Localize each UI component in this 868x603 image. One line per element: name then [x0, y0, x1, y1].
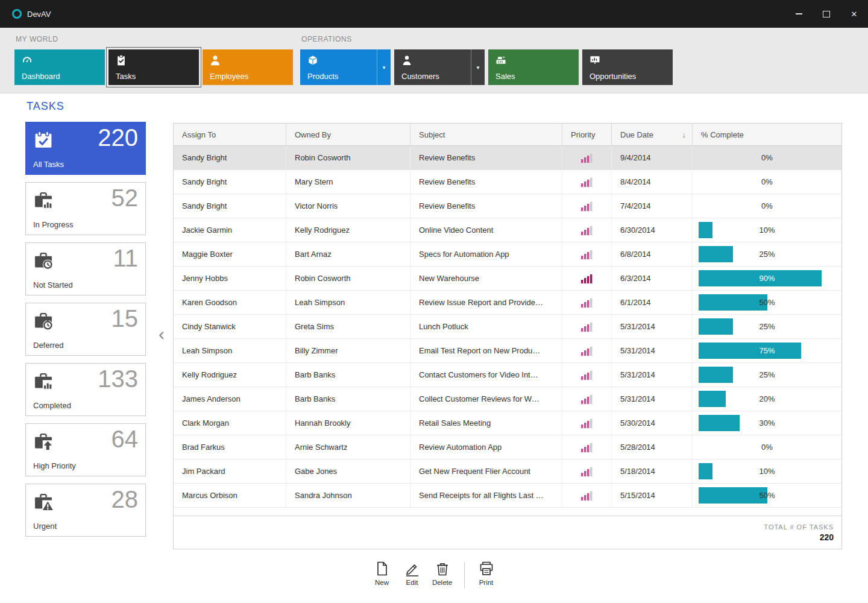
ribbon-groups: MY WORLDDashboardTasksEmployeesOPERATION… — [0, 28, 868, 85]
cell-assign-to: Clark Morgan — [174, 411, 286, 435]
table-row[interactable]: Cindy StanwickGreta SimsLunch Potluck5/3… — [174, 315, 841, 339]
column-header-owned-by[interactable]: Owned By — [286, 124, 410, 145]
cell-priority — [562, 363, 612, 387]
not-started-icon — [33, 250, 54, 271]
column-header-label: Assign To — [182, 130, 216, 139]
cell-percent-complete: 25% — [693, 363, 841, 387]
tile-label: Not Started — [33, 280, 73, 289]
percent-label: 0% — [693, 170, 841, 194]
priority-high-icon — [581, 274, 593, 283]
tile-count: 28 — [112, 485, 139, 513]
minimize-button[interactable] — [785, 0, 813, 28]
table-row[interactable]: Clark MorganHannah BrooklyRetail Sales M… — [174, 411, 841, 435]
percent-label: 90% — [693, 267, 841, 290]
dropdown-arrow-icon[interactable]: ▾ — [471, 49, 485, 85]
employees-icon — [209, 54, 221, 66]
table-row[interactable]: Jim PackardGabe JonesGet New Frequent Fl… — [174, 459, 841, 484]
cell-percent-complete: 25% — [693, 315, 841, 338]
task-tile-deferred[interactable]: 15Deferred — [25, 303, 146, 356]
edit-pencil-icon — [404, 561, 420, 576]
task-tile-not-started[interactable]: 11Not Started — [25, 242, 146, 295]
dropdown-arrow-icon[interactable]: ▾ — [377, 49, 391, 85]
tasks-grid: Assign ToOwned BySubjectPriorityDue Date… — [173, 123, 842, 549]
cell-assign-to: Jim Packard — [174, 459, 286, 483]
ribbon-button-products[interactable]: Products▾ — [300, 49, 391, 85]
cell-subject: Online Video Content — [410, 218, 562, 242]
toolbar-button-label: Edit — [406, 579, 418, 586]
cell-owned-by: Leah Simpson — [286, 291, 410, 314]
cell-priority — [562, 194, 612, 218]
table-row[interactable]: Leah SimpsonBilly ZimmerEmail Test Repor… — [174, 339, 841, 363]
ribbon-button-sales[interactable]: Sales — [488, 49, 579, 85]
percent-label: 0% — [693, 146, 841, 169]
cell-due-date: 5/18/2014 — [612, 459, 693, 483]
ribbon-button-customers[interactable]: Customers▾ — [394, 49, 485, 85]
cell-owned-by: Mary Stern — [286, 170, 410, 194]
task-tile-high-priority[interactable]: 64High Priority — [25, 423, 146, 476]
collapse-panel-button[interactable]: ‹ — [154, 323, 169, 345]
table-row[interactable]: Sandy BrightRobin CosworthReview Benefit… — [174, 146, 841, 170]
ribbon-button-employees[interactable]: Employees — [203, 49, 293, 85]
maximize-button[interactable] — [813, 0, 840, 28]
ribbon-group-operations: OPERATIONSProducts▾Customers▾SalesOpport… — [300, 28, 673, 85]
cell-due-date: 6/8/2014 — [612, 242, 693, 266]
ribbon-button-tasks[interactable]: Tasks — [108, 49, 199, 85]
task-tile-in-progress[interactable]: 52In Progress — [25, 182, 146, 235]
table-row[interactable]: Brad FarkusArnie SchwartzReview Automati… — [174, 435, 841, 459]
column-header-complete[interactable]: % Complete — [693, 124, 841, 145]
tasks-icon — [115, 54, 127, 66]
tile-count: 220 — [98, 124, 138, 151]
cell-assign-to: Jenny Hobbs — [174, 267, 286, 290]
priority-normal-icon — [581, 370, 593, 380]
maximize-icon — [823, 11, 830, 17]
sort-descending-icon: ↓ — [682, 130, 687, 139]
tile-label: In Progress — [33, 220, 73, 229]
cell-owned-by: Bart Arnaz — [286, 242, 410, 266]
cell-owned-by: Billy Zimmer — [286, 339, 410, 362]
percent-label: 30% — [693, 411, 841, 435]
task-tile-urgent[interactable]: 28Urgent — [25, 484, 146, 537]
cell-assign-to: Sandy Bright — [174, 146, 286, 169]
cell-subject: Review Benefits — [410, 194, 562, 218]
dashboard-icon — [21, 54, 33, 66]
action-toolbar: NewEditDeletePrint — [0, 561, 868, 589]
tile-label: High Priority — [33, 461, 76, 470]
cell-percent-complete: 75% — [693, 339, 841, 362]
priority-normal-icon — [581, 467, 593, 476]
cell-priority — [562, 242, 612, 266]
column-header-due-date[interactable]: Due Date↓ — [612, 124, 693, 145]
column-header-priority[interactable]: Priority — [562, 124, 612, 145]
table-row[interactable]: Jenny HobbsRobin CosworthNew Warehourse6… — [174, 267, 841, 291]
table-row[interactable]: Sandy BrightVictor NorrisReview Benefits… — [174, 194, 841, 218]
close-button[interactable] — [840, 0, 868, 28]
in-progress-icon — [33, 190, 54, 210]
column-header-subject[interactable]: Subject — [410, 124, 562, 145]
table-row[interactable]: Maggie BoxterBart ArnazSpecs for Automat… — [174, 242, 841, 267]
table-row[interactable]: Karen GoodsonLeah SimpsonReview Issue Re… — [174, 291, 841, 315]
table-row[interactable]: Kelly RodriguezBarb BanksContact Custome… — [174, 363, 841, 387]
toolbar-new-button[interactable]: New — [369, 561, 395, 586]
grid-body: Sandy BrightRobin CosworthReview Benefit… — [174, 146, 841, 508]
cell-assign-to: Jackie Garmin — [174, 218, 286, 242]
cell-subject: Review Issue Report and Provide… — [410, 291, 562, 314]
ribbon-button-dashboard[interactable]: Dashboard — [14, 49, 105, 85]
cell-priority — [562, 339, 612, 362]
toolbar-print-button[interactable]: Print — [473, 561, 500, 586]
table-row[interactable]: Jackie GarminKelly RodriguezOnline Video… — [174, 218, 841, 242]
toolbar-delete-button[interactable]: Delete — [429, 561, 456, 586]
priority-normal-icon — [581, 418, 593, 428]
cell-assign-to: Sandy Bright — [174, 170, 286, 194]
cell-assign-to: Karen Goodson — [174, 291, 286, 314]
column-header-assign-to[interactable]: Assign To — [174, 124, 286, 145]
grid-header: Assign ToOwned BySubjectPriorityDue Date… — [174, 124, 841, 146]
table-row[interactable]: Sandy BrightMary SternReview Benefits8/4… — [174, 170, 841, 194]
task-tile-all-tasks[interactable]: 220All Tasks — [25, 122, 146, 175]
table-row[interactable]: Marcus OrbisonSandra JohnsonSend Receipt… — [174, 484, 841, 508]
priority-normal-icon — [581, 177, 593, 187]
sales-icon — [495, 54, 507, 66]
toolbar-edit-button[interactable]: Edit — [399, 561, 426, 586]
ribbon-button-opportunities[interactable]: Opportunities — [582, 49, 673, 85]
task-tile-completed[interactable]: 133Completed — [25, 363, 146, 416]
tile-label: Deferred — [33, 341, 64, 350]
table-row[interactable]: James AndersonBarb BanksCollect Customer… — [174, 387, 841, 411]
